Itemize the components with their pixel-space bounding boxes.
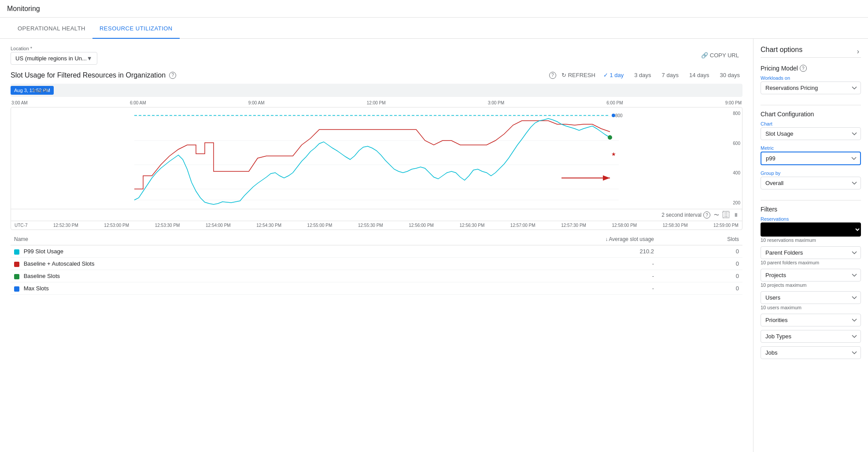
- job-types-select[interactable]: Job Types: [761, 330, 861, 343]
- interval-label: 2 second interval ?: [661, 211, 710, 219]
- location-value: US (multiple regions in Un...: [15, 55, 87, 62]
- users-select[interactable]: Users: [761, 291, 861, 304]
- chart-toolbar: 2 second interval ? 〜 ⿲ ⏸: [11, 209, 742, 221]
- chart-field-label: Chart: [761, 121, 861, 126]
- priorities-select[interactable]: Priorities: [761, 314, 861, 326]
- legend-name-text-1: Baseline + Autoscaled Slots: [24, 260, 95, 267]
- legend-avg-cell-2: -: [406, 270, 657, 282]
- timeline-bar[interactable]: Aug 3, 12:52 PM Aug 04: [11, 84, 742, 97]
- x-t14: 12:59:00 PM: [713, 223, 739, 228]
- x-t12: 12:58:00 PM: [612, 223, 637, 228]
- divider-1: [761, 105, 861, 105]
- x-t4: 12:54:00 PM: [206, 223, 231, 228]
- legend-slots-cell-3: 0: [657, 282, 742, 295]
- chart-config-section-title: Chart Configuration: [761, 111, 861, 118]
- metric-select[interactable]: p99: [761, 152, 861, 165]
- avg-sort-icon[interactable]: ↓ Average slot usage: [606, 236, 654, 242]
- parent-folders-hint: 10 parent folders maximum: [761, 260, 861, 265]
- chart-title-text: Slot Usage for Filtered Resources in Org…: [11, 71, 166, 79]
- tl-3am: 3:00 AM: [11, 100, 28, 105]
- legend-row-3: Max Slots - 0: [11, 282, 742, 295]
- chart-svg: 800 ★: [11, 107, 742, 209]
- tab-resource-utilization[interactable]: RESOURCE UTILIZATION: [92, 19, 180, 39]
- location-bar: Location * US (multiple regions in Un...…: [11, 46, 742, 65]
- pricing-model-label: Pricing Model: [761, 65, 798, 72]
- chart-container[interactable]: 800 ★ 800 600 400 200: [11, 107, 742, 230]
- workloads-on-label: Workloads on: [761, 75, 861, 81]
- chart-title: Slot Usage for Filtered Resources in Org…: [11, 71, 176, 79]
- pricing-model-select[interactable]: Reservations Pricing: [761, 82, 861, 94]
- col-avg-header[interactable]: ↓ Average slot usage: [406, 233, 657, 245]
- legend-color-2: [14, 274, 19, 279]
- projects-select[interactable]: Projects: [761, 269, 861, 282]
- parent-folders-filter: Parent Folders 10 parent folders maximum: [761, 246, 861, 265]
- users-hint: 10 users maximum: [761, 305, 861, 310]
- legend-color-1: [14, 262, 19, 267]
- jobs-filter: Jobs: [761, 346, 861, 359]
- x-t6: 12:55:00 PM: [307, 223, 332, 228]
- legend-slots-cell-2: 0: [657, 270, 742, 282]
- x-t2: 12:53:00 PM: [104, 223, 129, 228]
- legend-name-cell-2: Baseline Slots: [11, 270, 406, 282]
- reservations-value-box[interactable]: [761, 222, 861, 237]
- interval-text: 2 second interval: [661, 212, 702, 218]
- reservations-label: Reservations: [761, 216, 861, 222]
- line-chart-icon[interactable]: 〜: [714, 211, 719, 219]
- chart-select[interactable]: Slot Usage: [761, 127, 861, 140]
- time-btn-30days[interactable]: 30 days: [717, 70, 742, 80]
- x-t5: 12:54:30 PM: [256, 223, 281, 228]
- refresh-button[interactable]: ↻ REFRESH: [561, 72, 595, 78]
- time-help-icon[interactable]: ?: [549, 72, 556, 79]
- svg-text:★: ★: [611, 151, 616, 157]
- interval-help-icon[interactable]: ?: [703, 211, 710, 219]
- x-t8: 12:56:00 PM: [409, 223, 434, 228]
- main-layout: Location * US (multiple regions in Un...…: [0, 39, 868, 452]
- jobs-select[interactable]: Jobs: [761, 346, 861, 359]
- timeline-label: Aug 04: [33, 88, 48, 93]
- tabs-bar: OPERATIONAL HEALTH RESOURCE UTILIZATION: [0, 18, 868, 39]
- pause-icon[interactable]: ⏸: [733, 212, 739, 218]
- time-btn-1day[interactable]: ✓ 1 day: [601, 70, 626, 80]
- legend-color-3: [14, 286, 19, 292]
- location-label: Location *: [11, 46, 97, 51]
- y-label-400: 400: [733, 170, 740, 175]
- legend-slots-cell-1: 0: [657, 258, 742, 270]
- tl-9am: 9:00 AM: [248, 100, 265, 105]
- tab-operational[interactable]: OPERATIONAL HEALTH: [11, 19, 92, 39]
- right-panel: Chart options › Pricing Model ? Workload…: [753, 39, 868, 452]
- projects-hint: 10 projects maximum: [761, 282, 861, 288]
- chart-title-row: Slot Usage for Filtered Resources in Org…: [11, 70, 742, 80]
- legend-avg-cell-0: 210.2: [406, 245, 657, 258]
- chart-inner-wrapper: 800 ★ 800 600 400 200: [11, 107, 742, 209]
- pricing-model-section-title: Pricing Model ?: [761, 65, 861, 72]
- legend-table: Name ↓ Average slot usage Slots P99 Slot…: [11, 233, 742, 295]
- reservations-select[interactable]: [761, 222, 861, 237]
- time-btn-3days[interactable]: 3 days: [632, 70, 654, 80]
- legend-row-2: Baseline Slots - 0: [11, 270, 742, 282]
- time-controls: ? ↻ REFRESH ✓ 1 day 3 days 7 days 14 day…: [549, 70, 742, 80]
- legend-name-cell-0: P99 Slot Usage: [11, 245, 406, 258]
- legend-avg-cell-1: -: [406, 258, 657, 270]
- parent-folders-select[interactable]: Parent Folders: [761, 246, 861, 259]
- x-t9: 12:56:30 PM: [460, 223, 485, 228]
- svg-text:800: 800: [615, 113, 623, 118]
- location-chevron-icon: ▼: [87, 55, 92, 62]
- group-by-select[interactable]: Overall: [761, 177, 861, 189]
- time-btn-7days[interactable]: 7 days: [659, 70, 681, 80]
- copy-url-button[interactable]: 🔗 COPY URL: [698, 49, 742, 61]
- priorities-filter: Priorities: [761, 314, 861, 326]
- tl-9pm: 9:00 PM: [725, 100, 742, 105]
- projects-filter: Projects 10 projects maximum: [761, 269, 861, 288]
- reservations-hint: 10 reservations maximum: [761, 237, 861, 243]
- close-panel-button[interactable]: ›: [857, 48, 859, 56]
- y-label-600: 600: [733, 141, 740, 146]
- pricing-model-help-icon[interactable]: ?: [800, 65, 807, 72]
- svg-point-8: [608, 135, 612, 140]
- refresh-label: REFRESH: [568, 72, 595, 78]
- bar-chart-icon[interactable]: ⿲: [723, 211, 730, 219]
- chart-title-help-icon[interactable]: ?: [169, 72, 176, 79]
- right-panel-header: Chart options ›: [761, 46, 861, 58]
- time-btn-14days[interactable]: 14 days: [687, 70, 712, 80]
- location-select[interactable]: US (multiple regions in Un... ▼: [11, 52, 97, 65]
- location-wrapper: Location * US (multiple regions in Un...…: [11, 46, 97, 65]
